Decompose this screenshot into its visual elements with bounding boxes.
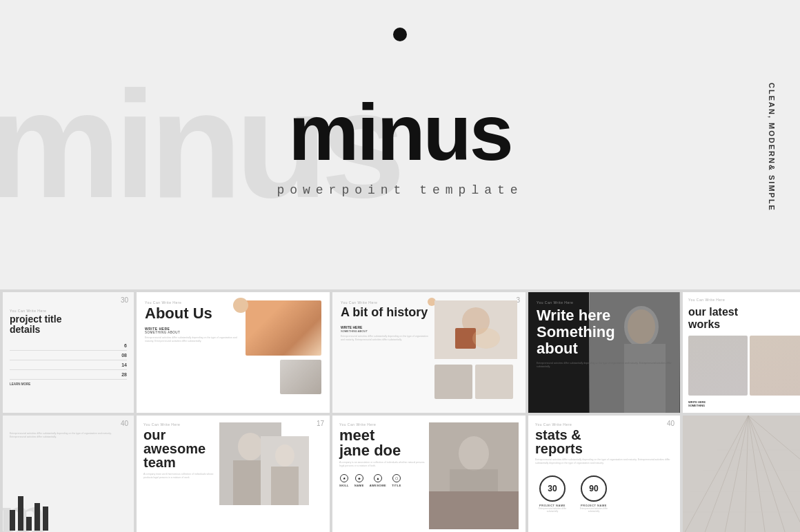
svg-rect-17 bbox=[429, 491, 519, 529]
slide7-img-over bbox=[261, 436, 309, 505]
slide1-link: LEARN MORE bbox=[10, 382, 127, 387]
hero-title: minus bbox=[288, 93, 512, 172]
slide-num-9: 40 bbox=[667, 420, 674, 427]
circle-sub-2: Entrepreneurial activities differ substa… bbox=[577, 507, 611, 513]
slide3-title: A bit of history bbox=[341, 306, 429, 320]
slide4-text-overlay: You Can Write Here Write hereSomethingab… bbox=[537, 300, 672, 369]
slide3-image2 bbox=[434, 365, 472, 399]
slide8-photo bbox=[429, 422, 519, 529]
slide3-image1 bbox=[434, 300, 517, 359]
slide6-tiny-text: Entrepreneurial activities differ substa… bbox=[10, 432, 127, 440]
slide10-img bbox=[683, 416, 800, 532]
svg-rect-18 bbox=[683, 416, 800, 532]
circle-sub-1: Entrepreneurial activities differ substa… bbox=[535, 507, 570, 513]
slide2-tiny-text: Entrepreneurial activities differ substa… bbox=[145, 336, 240, 344]
awesome-icon: ▲ bbox=[374, 474, 382, 482]
svg-point-3 bbox=[472, 328, 500, 349]
slide-jane[interactable]: You Can Write Here meetjane doe A compan… bbox=[332, 416, 526, 532]
slide3-write-sub: SOMETHING ABOUT bbox=[341, 329, 429, 333]
slide4-title: Write hereSomethingabout bbox=[537, 307, 672, 358]
slide-dark[interactable]: You Can Write Here Write hereSomethingab… bbox=[528, 292, 680, 413]
slide3-image3 bbox=[475, 365, 513, 399]
hero-subtitle: powerpoint template bbox=[277, 183, 523, 197]
slide9-circles: 30 PROJECT NAME Entrepreneurial activiti… bbox=[535, 475, 673, 513]
slide4-you-can: You Can Write Here bbox=[537, 300, 672, 305]
slide4-tiny-text: Entrepreneurial activities differ substa… bbox=[537, 362, 672, 369]
hero-section: minus minus powerpoint template CLEAN, M… bbox=[0, 0, 800, 289]
slide9-title: stats &reports bbox=[535, 428, 673, 456]
bar2 bbox=[18, 496, 23, 531]
svg-point-9 bbox=[238, 433, 263, 460]
slide1-you-can: You Can Write Here bbox=[10, 309, 127, 313]
bar4 bbox=[34, 503, 40, 531]
slide9-tiny-text: Entrepreneurial activities differ substa… bbox=[535, 458, 673, 466]
title-icon: ⬡ bbox=[392, 474, 401, 482]
slide-team[interactable]: 17 You Can Write Here ourawesometeam A c… bbox=[137, 416, 330, 532]
hero-circle-decor bbox=[393, 28, 407, 41]
slide8-tiny-text: A company is an association or collectio… bbox=[339, 461, 425, 469]
slide5-img1 bbox=[688, 336, 748, 396]
svg-point-15 bbox=[459, 436, 489, 471]
slide1-title: project titledetails bbox=[10, 314, 127, 336]
slide7-photos bbox=[219, 422, 323, 529]
right-side-text: CLEAN, MODERN & SIMPLE bbox=[767, 83, 776, 212]
circle-value-30: 30 bbox=[539, 475, 566, 502]
slide-project[interactable]: 30 You Can Write Here project titledetai… bbox=[3, 292, 134, 413]
slide5-title: our latestworks bbox=[688, 306, 800, 330]
bar1 bbox=[10, 510, 15, 531]
svg-rect-13 bbox=[271, 467, 299, 505]
line-item: 28 bbox=[10, 370, 127, 380]
name-label: NAME bbox=[354, 484, 364, 487]
slide3-you-can: You Can Write Here bbox=[341, 300, 429, 305]
circle-value-90: 90 bbox=[581, 475, 607, 502]
slide-num-6: 40 bbox=[121, 420, 128, 427]
right-text-line2: & SIMPLE bbox=[767, 165, 776, 212]
slide-about[interactable]: You Can Write Here About Us WRITE HERE S… bbox=[137, 292, 330, 413]
icon-awesome: ▲ AWESOME bbox=[370, 474, 386, 487]
icon-title: ⬡ TITLE bbox=[392, 474, 401, 487]
circle-decor bbox=[233, 298, 248, 313]
slide8-img bbox=[429, 422, 519, 529]
slide-history[interactable]: 3 You Can Write Here A bit of history WR… bbox=[332, 292, 526, 413]
line-item: 08 bbox=[10, 351, 127, 360]
slide2-write-sub: SOMETHING ABOUT bbox=[145, 331, 240, 334]
slide5-images bbox=[688, 336, 800, 396]
slide7-you-can: You Can Write Here bbox=[143, 422, 215, 427]
slide-stats[interactable]: 40 You Can Write Here stats &reports Ent… bbox=[528, 416, 680, 532]
slide2-title: About Us bbox=[145, 306, 240, 321]
slide5-write-here: WRITE HERESOMETHING bbox=[688, 400, 800, 407]
slide7-tiny-text: A company team work harmonious collectio… bbox=[143, 473, 215, 480]
bar3 bbox=[26, 517, 32, 531]
bar5 bbox=[43, 507, 48, 531]
circle-90: 90 PROJECT NAME Entrepreneurial activiti… bbox=[577, 475, 611, 513]
slide6-bars bbox=[10, 496, 48, 531]
slide3-tiny-text: Entrepreneurial activities differ substa… bbox=[341, 335, 429, 342]
slide2-image1 bbox=[246, 300, 321, 356]
slide9-you-can: You Can Write Here bbox=[535, 422, 673, 427]
icon-name: ◈ NAME bbox=[354, 474, 364, 487]
slide8-title: meetjane doe bbox=[339, 428, 425, 458]
right-text-line1: CLEAN, MODERN bbox=[767, 83, 776, 165]
icon-skill: ★ SKILL bbox=[339, 474, 349, 487]
line-item: 14 bbox=[10, 360, 127, 370]
awesome-label: AWESOME bbox=[370, 484, 386, 487]
name-icon: ◈ bbox=[355, 474, 363, 482]
title-label: TITLE bbox=[392, 484, 401, 487]
skill-label: SKILL bbox=[339, 484, 349, 487]
slides-grid: 30 You Can Write Here project titledetai… bbox=[0, 289, 800, 532]
circle-30: 30 PROJECT NAME Entrepreneurial activiti… bbox=[535, 475, 570, 513]
svg-point-12 bbox=[275, 444, 294, 467]
slide-num-1: 30 bbox=[121, 296, 128, 304]
slide-latest[interactable]: You Can Write Here our latestworks WRITE… bbox=[683, 292, 800, 413]
skill-icon: ★ bbox=[340, 474, 348, 482]
slide5-you-can: You Can Write Here bbox=[688, 298, 800, 302]
slide8-icons: ★ SKILL ◈ NAME ▲ AWESOME ⬡ TITLE bbox=[339, 474, 425, 487]
line-item: 6 bbox=[10, 341, 127, 351]
slide2-image2 bbox=[280, 360, 321, 394]
slide-arch[interactable] bbox=[683, 416, 800, 532]
slide-watermark[interactable]: 40 Entrepreneurial activities differ sub… bbox=[3, 416, 134, 532]
slide7-title: ourawesometeam bbox=[143, 428, 215, 469]
slide5-img2 bbox=[750, 336, 801, 396]
